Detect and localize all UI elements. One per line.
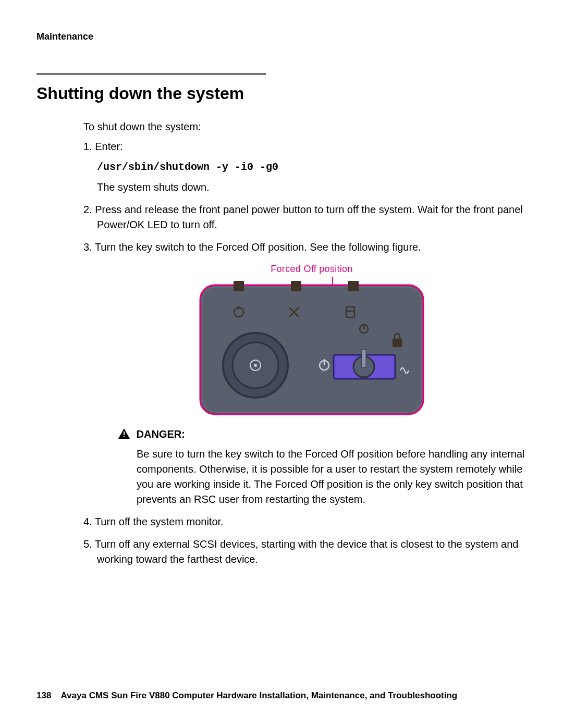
shutdown-command: /usr/sbin/shutdown -y -i0 -g0 [97,159,527,175]
step-3-text: 3. Turn the key switch to the Forced Off… [83,241,421,253]
book-title: Avaya CMS Sun Fire V880 Computer Hardwar… [60,690,457,700]
page-footer: 138 Avaya CMS Sun Fire V880 Computer Har… [36,690,527,701]
step-3: 3. Turn the key switch to the Forced Off… [83,240,527,507]
svg-rect-16 [393,339,401,347]
step-5: 5. Turn off any external SCSI devices, s… [83,537,527,567]
step-1-result: The system shuts down. [97,180,527,195]
steps-list: 1. Enter: /usr/sbin/shutdown -y -i0 -g0 … [83,139,527,567]
danger-label: DANGER: [137,428,185,440]
step-2: 2. Press and release the front panel pow… [83,202,527,232]
page-number: 138 [36,690,51,701]
danger-icon [118,428,130,443]
chapter-label: Maintenance [36,31,527,42]
figure: Forced Off position [97,262,527,417]
svg-rect-25 [124,431,125,435]
page: Maintenance Shutting down the system To … [0,0,563,728]
svg-rect-3 [234,281,244,291]
figure-caption: Forced Off position [97,262,527,276]
section-rule [36,73,266,75]
step-4: 4. Turn off the system monitor. [83,514,527,529]
danger-body: Be sure to turn the key switch to the Fo… [137,447,527,507]
step-1: 1. Enter: /usr/sbin/shutdown -y -i0 -g0 … [83,139,527,195]
danger-block: DANGER: Be sure to turn the key switch t… [118,427,527,507]
section-title: Shutting down the system [36,84,527,103]
svg-rect-5 [348,281,359,291]
front-panel-figure [197,277,426,417]
svg-rect-4 [291,281,301,291]
svg-rect-23 [362,350,366,367]
svg-rect-26 [124,436,125,437]
svg-point-13 [254,364,257,367]
intro-text: To shut down the system: [83,121,527,133]
step-1-label: 1. Enter: [83,141,123,152]
